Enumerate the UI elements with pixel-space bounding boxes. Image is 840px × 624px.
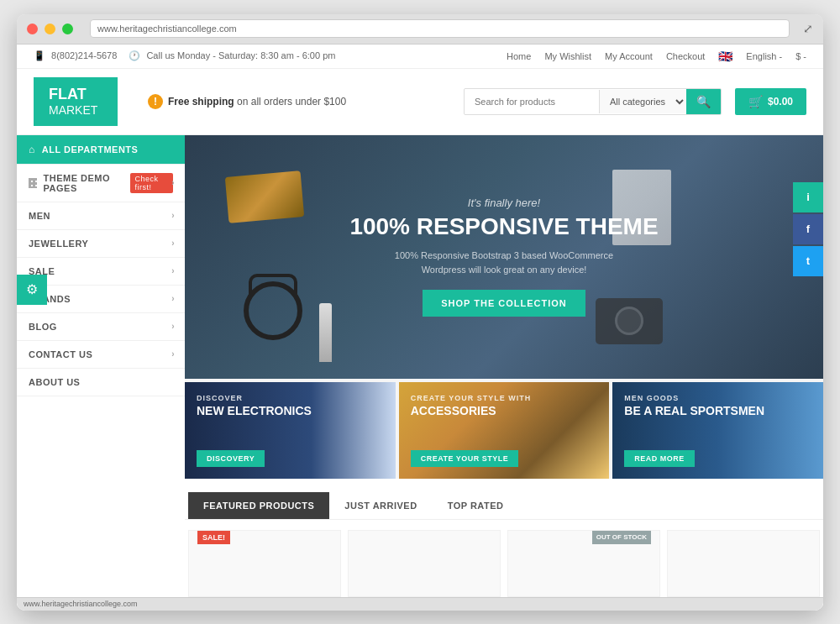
sidebar-label: THEME DEMO PAGES [44, 173, 126, 193]
product-tabs-section: FEATURED PRODUCTS JUST ARRIVED TOP RATED… [185, 479, 823, 607]
arrow-icon: › [171, 239, 175, 248]
close-btn[interactable] [27, 24, 38, 34]
grid-icon [29, 178, 37, 188]
promo-button[interactable]: DISCOVERY [197, 450, 265, 467]
home-icon: ⌂ [29, 144, 35, 155]
gear-icon: ⚙ [26, 281, 38, 297]
url-bar: www.heritagechristiancollege.com [17, 597, 823, 611]
language-selector[interactable]: English - [746, 51, 782, 61]
tab-just-arrived[interactable]: JUST ARRIVED [329, 492, 432, 519]
hero-text: It's finally here! 100% RESPONSIVE THEME… [185, 197, 823, 317]
out-of-stock-badge: Out of Stock [592, 531, 651, 544]
sidebar-label: BLOG [29, 322, 57, 332]
promo-title: ACCESSORIES [411, 404, 598, 418]
sale-badge: Sale! [197, 531, 230, 544]
shipping-suffix: on all orders under $100 [234, 96, 346, 107]
product-card-4[interactable] [667, 530, 820, 597]
arrow-icon: › [171, 266, 175, 275]
tab-featured[interactable]: FEATURED PRODUCTS [188, 492, 329, 519]
arrow-icon: › [171, 211, 175, 220]
sidebar-label: CONTACT US [29, 349, 92, 359]
check-first-badge: Check first! [130, 173, 173, 193]
search-button[interactable]: 🔍 [686, 89, 721, 114]
settings-button[interactable]: ⚙ [17, 275, 47, 305]
wishlist-link[interactable]: My Wishlist [544, 51, 591, 61]
promo-title: NEW ELECTRONICS [197, 404, 384, 418]
promo-button[interactable]: READ MORE [624, 450, 695, 467]
top-bar: 📱 8(802)214-5678 🕐 Call us Monday - Satu… [17, 45, 823, 69]
hero-title: 100% RESPONSIVE THEME [210, 214, 798, 240]
logo-flat: FLAT [49, 86, 102, 104]
tab-bar: FEATURED PRODUCTS JUST ARRIVED TOP RATED [185, 492, 823, 520]
sidebar-item-all-departments[interactable]: ⌂ ALL DEPARTMENTS [17, 135, 185, 165]
arrow-icon: › [171, 178, 175, 187]
info-icon: ! [148, 94, 163, 109]
product-card-1[interactable]: Sale! [188, 530, 341, 597]
browser-titlebar: www.heritagechristiancollege.com ⤢ [17, 14, 823, 45]
maximize-btn[interactable] [62, 24, 73, 34]
sidebar-item-about[interactable]: ABOUT US [17, 369, 185, 396]
checkout-link[interactable]: Checkout [666, 51, 705, 61]
expand-icon[interactable]: ⤢ [803, 22, 813, 35]
twitter-button[interactable]: t [793, 246, 823, 276]
hours-info: 🕐 Call us Monday - Saturday: 8:30 am - 6… [129, 50, 335, 61]
top-bar-right: Home My Wishlist My Account Checkout 🇬🇧 … [507, 50, 806, 63]
sidebar-label: ALL DEPARTMENTS [42, 144, 139, 155]
search-bar: All categories 🔍 [464, 88, 722, 115]
sidebar: ⌂ ALL DEPARTMENTS THEME DEMO PAGES Check… [17, 135, 185, 607]
arrow-icon: › [171, 349, 175, 359]
hero-banner: It's finally here! 100% RESPONSIVE THEME… [185, 135, 823, 379]
promo-cards: DISCOVER NEW ELECTRONICS DISCOVERY CREAT… [185, 379, 823, 479]
arrow-icon: › [171, 322, 175, 331]
arrow-icon: › [171, 294, 175, 303]
promo-tag: CREATE YOUR STYLE WITH [411, 394, 598, 404]
promo-card-sports[interactable]: MEN GOODS BE A REAL SPORTSMEN READ MORE [612, 382, 823, 479]
top-bar-left: 📱 8(802)214-5678 🕐 Call us Monday - Satu… [34, 50, 335, 61]
sidebar-label: MEN [29, 211, 50, 221]
cart-button[interactable]: 🛒 $0.00 [735, 88, 806, 115]
sidebar-item-jewellery[interactable]: JEWELLERY › [17, 230, 185, 258]
promo-title: BE A REAL SPORTSMEN [624, 404, 811, 418]
promo-tag: DISCOVER [197, 394, 384, 404]
promo-card-content: DISCOVER NEW ELECTRONICS DISCOVERY [185, 382, 396, 479]
hero-subtitle: It's finally here! [210, 197, 798, 209]
search-input[interactable] [465, 91, 599, 113]
page-content: 📱 8(802)214-5678 🕐 Call us Monday - Satu… [17, 45, 823, 611]
search-icon: 🔍 [696, 95, 711, 108]
phone-info: 📱 8(802)214-5678 [34, 50, 117, 61]
main-content: ⌂ ALL DEPARTMENTS THEME DEMO PAGES Check… [17, 135, 823, 607]
header: FLAT MARKET ! Free shipping on all order… [17, 69, 823, 135]
sidebar-item-blog[interactable]: BLOG › [17, 313, 185, 341]
sidebar-label: ABOUT US [29, 377, 80, 387]
sidebar-item-contact[interactable]: CONTACT US › [17, 341, 185, 369]
account-link[interactable]: My Account [605, 51, 653, 61]
sidebar-item-theme-demo[interactable]: THEME DEMO PAGES Check first! › [17, 165, 185, 202]
sidebar-label: JEWELLERY [29, 239, 88, 249]
cart-price: $0.00 [768, 96, 793, 107]
product-card-3[interactable]: Out of Stock [507, 530, 660, 597]
promo-card-electronics[interactable]: DISCOVER NEW ELECTRONICS DISCOVERY [185, 382, 396, 479]
clock-icon: 🕐 [129, 50, 140, 60]
promo-card-content: CREATE YOUR STYLE WITH ACCESSORIES CREAT… [399, 382, 610, 479]
url-text: www.heritagechristiancollege.com [24, 600, 138, 608]
shipping-text: Free shipping [168, 96, 234, 107]
business-hours: Call us Monday - Saturday: 8:30 am - 6:0… [146, 50, 335, 60]
sidebar-item-men[interactable]: MEN › [17, 202, 185, 230]
promo-card-accessories[interactable]: CREATE YOUR STYLE WITH ACCESSORIES CREAT… [399, 382, 610, 479]
currency-selector[interactable]: $ - [795, 51, 806, 61]
category-select[interactable]: All categories [599, 90, 686, 113]
phone-number: 8(802)214-5678 [51, 50, 117, 60]
promo-button[interactable]: CREATE YOUR STYLE [411, 450, 519, 467]
logo[interactable]: FLAT MARKET [34, 77, 118, 126]
promo-card-content: MEN GOODS BE A REAL SPORTSMEN READ MORE [612, 382, 823, 479]
home-link[interactable]: Home [507, 51, 531, 61]
tab-top-rated[interactable]: TOP RATED [433, 492, 519, 519]
flag-icon: 🇬🇧 [718, 50, 732, 63]
facebook-button[interactable]: f [793, 214, 823, 244]
hero-area: It's finally here! 100% RESPONSIVE THEME… [185, 135, 823, 607]
info-social-button[interactable]: i [793, 182, 823, 212]
browser-window: www.heritagechristiancollege.com ⤢ 📱 8(8… [17, 14, 823, 611]
product-card-2[interactable] [348, 530, 501, 597]
minimize-btn[interactable] [45, 24, 55, 34]
hero-cta-button[interactable]: SHOP THE COLLECTION [423, 290, 585, 317]
